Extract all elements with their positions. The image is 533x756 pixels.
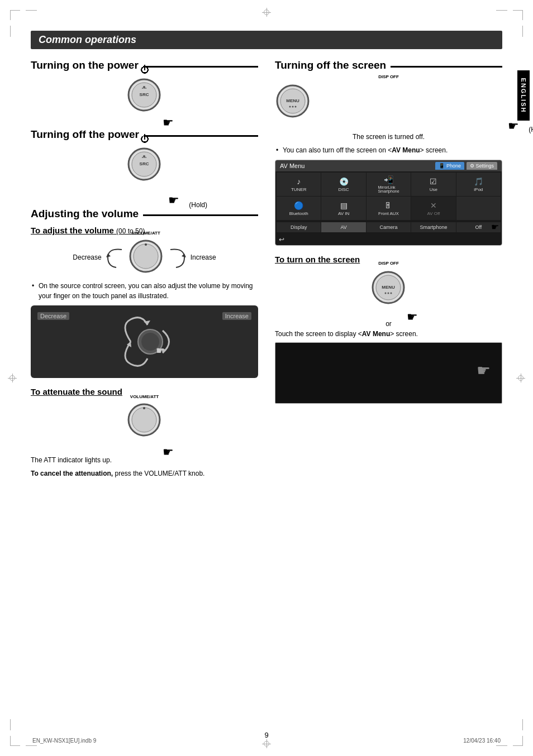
av-menu-title: AV Menu [280, 162, 304, 169]
adjusting-volume-section: Adjusting the volume To adjust the volum… [31, 208, 258, 479]
disp-off-label: DISP OFF [378, 74, 399, 79]
touch-screen-text: Touch the screen to display <AV Menu> sc… [275, 330, 502, 338]
svg-point-17 [145, 243, 147, 246]
corner-mark-tl [10, 10, 20, 20]
src-knob-svg: SRC [126, 77, 163, 113]
footer-left: EN_KW-NSX1[EU].indb 9 [32, 738, 96, 744]
svg-point-5 [142, 88, 143, 89]
right-column: Turning off the screen DISP OFF MENU [275, 59, 502, 479]
svg-point-12 [142, 157, 143, 158]
reg-mark-bottom [262, 739, 271, 748]
finger-dark-screen: ☛ [477, 361, 491, 380]
volume-knob-row: Decrease VOLUME/ATT [31, 238, 258, 276]
title-line [144, 135, 258, 137]
av-item-bluetooth: 🔵 Bluetooth [277, 197, 321, 220]
av-item-tuner-label: TUNER [291, 187, 307, 192]
menu-knob-on-svg: MENU [370, 270, 407, 306]
side-mark [522, 719, 523, 730]
svg-point-37 [388, 293, 389, 294]
svg-text:☛: ☛ [156, 345, 165, 356]
dark-screen-illustration: ☛ [275, 342, 502, 404]
svg-point-13 [145, 157, 146, 158]
side-mark [10, 719, 11, 730]
disp-off-knob-container: DISP OFF MENU ☛ (Hold) [275, 77, 502, 127]
title-line [143, 214, 258, 216]
hold-label-disp: (Hold) [529, 126, 533, 133]
side-mark [496, 10, 507, 11]
attenuate-sound-section: To attenuate the sound VOLUME/ATT ☛ [31, 387, 258, 479]
av-item-disc: 💿 DISC [321, 173, 365, 196]
footer-smartphone: Smartphone [411, 222, 455, 232]
av-item-ipod-label: iPod [474, 187, 483, 192]
page-number: 9 [264, 731, 268, 739]
corner-mark-br [513, 736, 523, 746]
av-item-avoff: ✕ AV Off [411, 197, 455, 220]
or-text: or [275, 320, 502, 328]
att-knob-svg [126, 402, 163, 438]
turning-off-power-section: Turning off the power ⏻ SRC [31, 128, 258, 197]
disc-icon: 💿 [339, 177, 349, 186]
finger-cursor-hold: ☛ [168, 193, 179, 208]
two-column-layout: Turning on the power ⏻ SRC [31, 59, 502, 479]
power-off-knob-container: ⏻ SRC ☛ (Hold) [31, 146, 258, 197]
menu-knob-off-svg: MENU [275, 83, 311, 119]
att-knob-label: VOLUME/ATT [130, 394, 159, 399]
av-item-empty [456, 197, 501, 220]
volume-bullet-text: On the source control screen, you can al… [31, 281, 258, 301]
svg-point-32 [289, 106, 291, 108]
footer-display: Display [277, 222, 321, 232]
volume-knob: VOLUME/ATT [128, 238, 164, 276]
corner-mark-bl [10, 736, 20, 746]
side-mark [10, 26, 11, 37]
svg-point-26 [132, 408, 156, 432]
side-mark [26, 745, 37, 746]
att-indicator-text: The ATT indicator lights up. [31, 455, 258, 465]
svg-text:MENU: MENU [382, 285, 395, 290]
av-item-use: ☑ Use [411, 173, 455, 196]
hold-label: (Hold) [189, 201, 207, 209]
turn-on-knob-container: DISP OFF MENU ☛ [275, 270, 502, 314]
title-line [391, 66, 502, 68]
turning-on-power-section: Turning on the power ⏻ SRC [31, 59, 258, 122]
disp-off-label-on: DISP OFF [378, 261, 399, 266]
power-on-knob-container: ⏻ SRC ☛ [31, 77, 258, 122]
finger-cursor-disp: ☛ [508, 119, 519, 133]
volume-knob-label: VOLUME/ATT [131, 231, 160, 236]
mirrorlink-icon: 📲 [384, 175, 393, 184]
turning-off-screen-title: Turning off the screen [275, 59, 502, 71]
corner-mark-tr [513, 10, 523, 20]
page-title: Common operations [31, 31, 502, 49]
av-item-frontaux: 🎚 Front AUX [367, 197, 411, 220]
svg-text:SRC: SRC [140, 161, 149, 166]
svg-marker-18 [182, 253, 186, 257]
increase-arrow [168, 245, 187, 270]
finger-cursor-on: ☛ [407, 310, 418, 324]
footer-av: AV [321, 222, 365, 232]
av-menu-bullet: You can also turn off the screen on <AV … [275, 145, 502, 155]
svg-point-6 [145, 88, 146, 89]
side-mark [522, 26, 523, 37]
power-on-knob: ⏻ SRC ☛ [126, 77, 163, 122]
adjust-volume-subsection: To adjust the volume (00 to 50) Decrease [31, 226, 258, 276]
av-item-ipod: 🎵 iPod [456, 173, 501, 196]
svg-point-38 [385, 293, 387, 294]
adjusting-volume-title: Adjusting the volume [31, 208, 258, 220]
tuner-icon: ♪ [297, 177, 301, 186]
power-icon: ⏻ [140, 65, 149, 75]
footer-camera: Camera [367, 222, 411, 232]
increase-label: Increase [191, 253, 216, 261]
att-cancel-text: To cancel the attenuation, press the VOL… [31, 468, 258, 479]
avin-icon: ▤ [340, 201, 348, 210]
turn-on-screen-section: To turn on the screen DISP OFF MENU [275, 255, 502, 404]
frontaux-icon: 🎚 [384, 201, 392, 210]
av-menu-header: AV Menu 📱 Phone ⚙ Settings [275, 160, 502, 171]
av-item-avoff-label: AV Off [427, 211, 440, 216]
power-icon-off: ⏻ [140, 134, 149, 144]
av-menu-body: ♪ TUNER 💿 DISC 📲 MirrorLinkSmartphone [275, 171, 502, 221]
circular-arrows-svg: ☛ [111, 314, 178, 370]
side-mark [26, 10, 37, 11]
av-item-mirrorlink-label: MirrorLinkSmartphone [378, 185, 399, 193]
volume-dark-box: Decrease Increase [31, 305, 258, 378]
svg-point-27 [143, 407, 145, 409]
finger-cursor-att: ☛ [163, 445, 174, 460]
